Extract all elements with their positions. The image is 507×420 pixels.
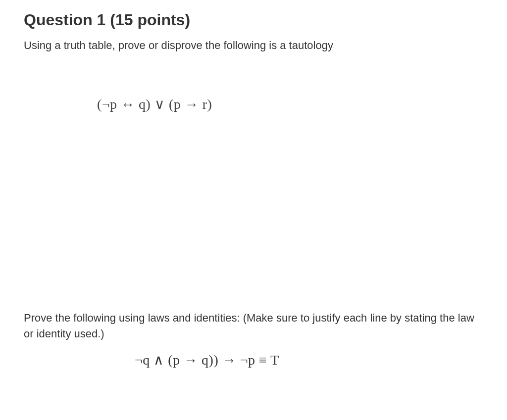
question-title: Question 1 (15 points) — [24, 11, 483, 29]
formula-2: ¬q ∧ (p → q)) → ¬p ≡ T — [135, 352, 483, 368]
work-space — [24, 112, 483, 310]
formula-1: (¬p ↔ q) ∨ (p → r) — [97, 96, 483, 112]
part1-instruction: Using a truth table, prove or disprove t… — [24, 38, 483, 53]
part2-instruction: Prove the following using laws and ident… — [24, 310, 483, 342]
